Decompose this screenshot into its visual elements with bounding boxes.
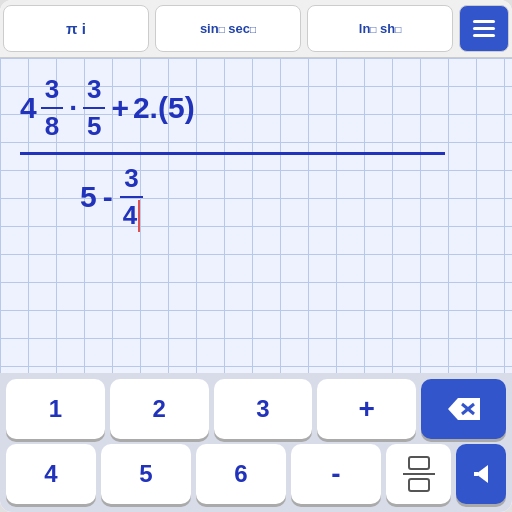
expression-1: 4 3 8 · 3 5 + 2.(5)	[20, 74, 195, 142]
arrow-left-icon	[470, 463, 492, 485]
key-1[interactable]: 1	[6, 379, 105, 439]
op2: +	[111, 91, 129, 125]
toolbar: π i sin□ sec□ ln□ sh□	[0, 0, 512, 58]
whole1: 4	[20, 91, 37, 125]
keyboard: 1 2 3 + 4	[0, 373, 512, 512]
fraction-key[interactable]	[386, 444, 451, 504]
op-minus: -	[103, 180, 113, 214]
app-container: π i sin□ sec□ ln□ sh□ 4 3 8 · 3 5	[0, 0, 512, 512]
frac3-denominator: 4	[119, 198, 144, 232]
fraction-3: 3 4	[119, 163, 144, 232]
backspace-icon	[446, 396, 482, 422]
menu-button[interactable]	[459, 5, 509, 52]
math-display-area: 4 3 8 · 3 5 + 2.(5) 5 - 3 4	[0, 58, 512, 373]
frac1-denominator: 8	[41, 109, 63, 142]
toolbar-sin-sec-button[interactable]: sin□ sec□	[155, 5, 301, 52]
toolbar-pi-i-button[interactable]: π i	[3, 5, 149, 52]
key-6[interactable]: 6	[196, 444, 286, 504]
expression-2: 5 - 3 4	[80, 163, 146, 232]
arrow-left-key[interactable]	[456, 444, 506, 504]
expr1-rest: 2.(5)	[133, 91, 195, 125]
divider-line	[20, 152, 445, 155]
whole2: 5	[80, 180, 97, 214]
frac2-numerator: 3	[83, 74, 105, 109]
pi-i-label: π i	[66, 20, 86, 37]
frac3-numerator: 3	[120, 163, 142, 198]
key-2[interactable]: 2	[110, 379, 209, 439]
key-plus[interactable]: +	[317, 379, 416, 439]
toolbar-ln-sh-button[interactable]: ln□ sh□	[307, 5, 453, 52]
hamburger-icon	[473, 20, 495, 37]
sin-sec-label: sin□ sec□	[200, 21, 256, 36]
frac2-denominator: 5	[83, 109, 105, 142]
frac1-numerator: 3	[41, 74, 63, 109]
key-minus[interactable]: -	[291, 444, 381, 504]
key-row-2: 4 5 6 -	[6, 444, 506, 504]
fraction-key-icon	[403, 456, 435, 492]
fraction-1: 3 8	[41, 74, 63, 142]
ln-sh-label: ln□ sh□	[359, 21, 401, 36]
key-row-1: 1 2 3 +	[6, 379, 506, 439]
text-cursor	[138, 200, 140, 232]
op-dot: ·	[69, 92, 77, 124]
key-4[interactable]: 4	[6, 444, 96, 504]
key-3[interactable]: 3	[214, 379, 313, 439]
fraction-2: 3 5	[83, 74, 105, 142]
svg-rect-4	[474, 472, 478, 476]
key-5[interactable]: 5	[101, 444, 191, 504]
backspace-button[interactable]	[421, 379, 506, 439]
svg-marker-0	[448, 398, 480, 420]
